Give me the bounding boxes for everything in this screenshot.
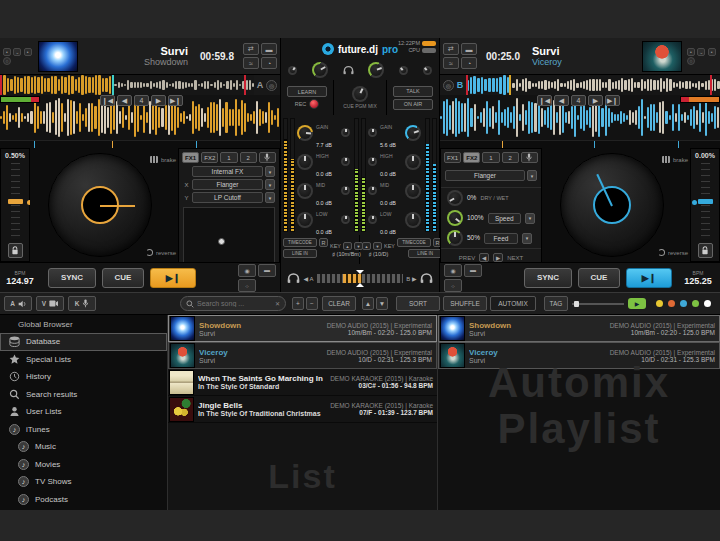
line-in-button[interactable]: LINE IN (408, 249, 442, 258)
mic2-knob[interactable] (423, 66, 432, 75)
mic1-knob[interactable] (399, 66, 408, 75)
sidebar-item-tv-shows[interactable]: ♪ TV Shows (0, 473, 167, 491)
track-row[interactable]: Viceroy Survi DEMO AUDIO (2015) | Experi… (168, 342, 437, 369)
sidebar-item-music[interactable]: ♪ Music (0, 438, 167, 456)
kill-mid-a-knob[interactable] (341, 186, 350, 195)
key-up-icon[interactable]: ▲ (343, 242, 352, 250)
deck-a-pitch-slider[interactable] (11, 163, 20, 239)
fx-speed-select[interactable]: Speed (488, 213, 521, 224)
next-icon[interactable]: ▶ (493, 253, 503, 262)
prev-beat-icon[interactable]: ◀ (117, 95, 132, 106)
key-down-icon[interactable]: ▼ (373, 242, 382, 250)
fx-next-label[interactable]: NEXT (507, 255, 523, 261)
vinyl-icon[interactable]: ◉ (444, 264, 462, 277)
target-icon[interactable]: ◎ (266, 80, 277, 91)
sidebar-item-database[interactable]: Database (0, 333, 167, 351)
video-filter-button[interactable]: V (36, 296, 64, 311)
kill-low-a-knob[interactable] (341, 215, 350, 224)
slider-icon[interactable]: ▬ (258, 264, 276, 277)
pads-icon[interactable]: ⁘ (444, 279, 462, 292)
record-button[interactable] (309, 99, 319, 109)
cue-pgm-mix-knob[interactable] (352, 86, 368, 102)
keylock-button[interactable] (8, 243, 23, 258)
deck-b-pitch-slider[interactable] (701, 163, 710, 239)
karaoke-filter-button[interactable]: K (68, 296, 96, 311)
track-row[interactable]: Showdown Survi DEMO AUDIO (2015) | Exper… (438, 315, 720, 342)
waveform-icon[interactable]: ≈ (443, 57, 459, 69)
mic-icon[interactable] (259, 152, 276, 163)
chevron-down-icon[interactable]: ▾ (522, 233, 532, 244)
deck-b-zoom-waveform[interactable]: ❙◀ ◀ 4 ▶ ▶❙ (440, 95, 720, 140)
deck-a-overview-waveform[interactable] (0, 75, 254, 95)
talk-button[interactable]: TALK (393, 86, 433, 97)
tag-dot-orange[interactable] (668, 300, 675, 307)
headphone-cue-b-icon[interactable] (420, 272, 433, 284)
play-pause-button[interactable]: ▶❙ (150, 268, 196, 288)
mid-b-knob[interactable] (405, 183, 421, 199)
filter-b-knob[interactable] (368, 128, 377, 137)
swap-icon[interactable]: ⇄ (243, 43, 259, 55)
cue-button[interactable]: CUE (102, 268, 144, 288)
deck-b-eject-button[interactable]: ○ (687, 57, 695, 65)
play-pause-button[interactable]: ▶❙ (626, 268, 672, 288)
deck-a-opt-button[interactable]: ⌄ (13, 48, 21, 56)
prev-beat-icon[interactable]: ◀ (554, 95, 569, 106)
tag-dot-blue[interactable] (680, 300, 687, 307)
shuffle-button[interactable]: SHUFFLE (443, 296, 487, 311)
info-icon[interactable]: ◔ (261, 57, 277, 69)
deck-a-time[interactable]: 00:59.8 (194, 38, 240, 74)
deck-b-brake[interactable]: brake (662, 156, 688, 163)
mic-icon[interactable] (521, 152, 538, 163)
fx-effect-select[interactable]: Flanger (445, 170, 525, 181)
fx-y-select[interactable]: LP Cutoff (192, 192, 263, 203)
deck-b-reverse[interactable]: reverse (658, 249, 688, 256)
high-a-knob[interactable] (297, 154, 313, 170)
master-volume-knob[interactable] (312, 62, 328, 78)
up-icon[interactable]: ▲ (362, 297, 374, 310)
timecode-r-button[interactable]: R (319, 238, 328, 247)
clear-button[interactable]: CLEAR (322, 296, 356, 311)
chevron-down-icon[interactable]: ▾ (265, 166, 275, 177)
dry-wet-knob[interactable] (447, 190, 463, 206)
slider-icon[interactable]: ▬ (464, 264, 482, 277)
sync-button[interactable]: SYNC (524, 268, 572, 288)
sidebar-item-search-results[interactable]: Search results (0, 386, 167, 404)
crossfader[interactable] (317, 274, 403, 283)
line-in-button[interactable]: LINE IN (283, 249, 317, 258)
low-a-knob[interactable] (297, 212, 313, 228)
deck-b-jog-wheel[interactable] (560, 153, 664, 257)
tag-dot-yellow[interactable] (656, 300, 663, 307)
pads-icon[interactable]: ⁘ (238, 279, 256, 292)
learn-button[interactable]: LEARN (287, 86, 327, 97)
sidebar-item-movies[interactable]: ♪ Movies (0, 456, 167, 474)
automix-button[interactable]: AUTOMIX (490, 296, 536, 311)
filter-a-knob[interactable] (341, 128, 350, 137)
fx1-tab[interactable]: FX1 (444, 152, 461, 163)
deck-a-opt-button[interactable]: • (24, 48, 32, 56)
track-row[interactable]: Showdown Survi DEMO AUDIO (2015) | Exper… (168, 315, 437, 342)
preview-slider[interactable] (572, 303, 624, 305)
fx-prev-label[interactable]: PREV (459, 255, 475, 261)
cover-icon[interactable]: ▬ (261, 43, 277, 55)
chevron-down-icon[interactable]: ▾ (527, 170, 537, 181)
beat-jump-amount[interactable]: 4 (571, 95, 586, 106)
fx2-tab[interactable]: FX2 (463, 152, 480, 163)
sort-button[interactable]: SORT (396, 296, 440, 311)
fx2-tab[interactable]: FX2 (201, 152, 218, 163)
deck-b-overview-waveform[interactable] (466, 75, 720, 95)
deck-b-opt-button[interactable]: ⌄ (697, 48, 705, 56)
preview-play-button[interactable]: ▶ (628, 298, 646, 309)
tag-dot-green[interactable] (692, 300, 699, 307)
deck-b-opt-button[interactable]: • (687, 48, 695, 56)
fx-x-select[interactable]: Flanger (192, 179, 263, 190)
tag-button[interactable]: TAG (544, 296, 568, 311)
key-up-icon[interactable]: ▲ (362, 242, 371, 250)
next-beat-icon[interactable]: ▶ (151, 95, 166, 106)
next-bar-icon[interactable]: ▶❙ (605, 95, 620, 106)
tag-dot-white[interactable] (704, 300, 711, 307)
mid-a-knob[interactable] (297, 183, 313, 199)
chevron-down-icon[interactable]: ▾ (265, 192, 275, 203)
gain-a-knob[interactable] (297, 125, 313, 141)
headphone-volume-knob[interactable] (368, 62, 384, 78)
high-b-knob[interactable] (405, 154, 421, 170)
